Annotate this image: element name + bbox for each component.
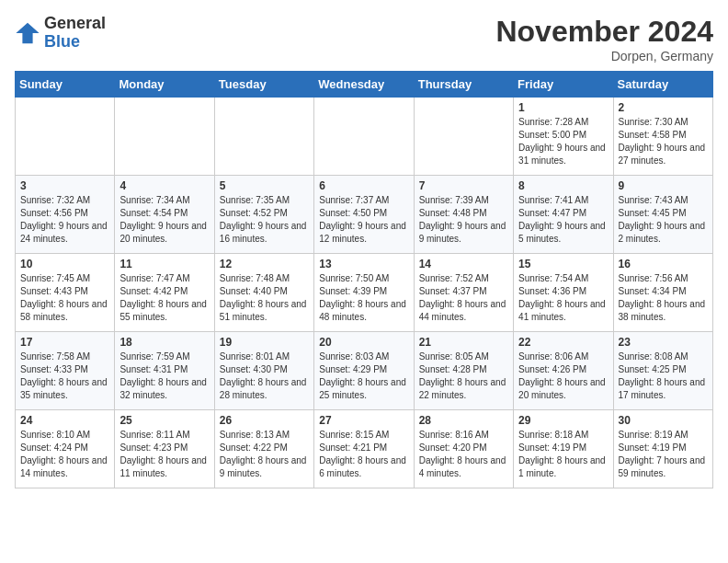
logo-icon: [15, 20, 40, 46]
day-number: 21: [419, 336, 508, 349]
calendar-cell: 10Sunrise: 7:45 AM Sunset: 4:43 PM Dayli…: [16, 254, 115, 332]
day-info: Sunrise: 8:08 AM Sunset: 4:25 PM Dayligh…: [619, 350, 708, 402]
calendar-cell: 7Sunrise: 7:39 AM Sunset: 4:48 PM Daylig…: [414, 176, 513, 254]
calendar-cell: 9Sunrise: 7:43 AM Sunset: 4:45 PM Daylig…: [613, 176, 712, 254]
weekday-header-sunday: Sunday: [16, 72, 115, 98]
day-number: 19: [220, 336, 309, 349]
weekday-header-tuesday: Tuesday: [214, 72, 313, 98]
calendar-cell: 11Sunrise: 7:47 AM Sunset: 4:42 PM Dayli…: [115, 254, 214, 332]
calendar-cell: 4Sunrise: 7:34 AM Sunset: 4:54 PM Daylig…: [115, 176, 214, 254]
day-number: 23: [619, 336, 708, 349]
day-info: Sunrise: 8:03 AM Sunset: 4:29 PM Dayligh…: [319, 350, 408, 402]
calendar-cell: 28Sunrise: 8:16 AM Sunset: 4:20 PM Dayli…: [414, 410, 513, 488]
day-number: 30: [619, 414, 708, 427]
month-title: November 2024: [495, 15, 713, 49]
calendar-cell: 29Sunrise: 8:18 AM Sunset: 4:19 PM Dayli…: [514, 410, 613, 488]
day-number: 3: [20, 179, 109, 192]
day-number: 18: [119, 336, 209, 349]
day-info: Sunrise: 7:41 AM Sunset: 4:47 PM Dayligh…: [518, 194, 608, 246]
calendar-cell: 20Sunrise: 8:03 AM Sunset: 4:29 PM Dayli…: [314, 332, 414, 410]
day-info: Sunrise: 7:34 AM Sunset: 4:54 PM Dayligh…: [119, 194, 209, 246]
calendar-cell: 16Sunrise: 7:56 AM Sunset: 4:34 PM Dayli…: [613, 254, 712, 332]
day-number: 16: [619, 258, 708, 270]
calendar-table: SundayMondayTuesdayWednesdayThursdayFrid…: [15, 71, 713, 488]
day-info: Sunrise: 8:11 AM Sunset: 4:23 PM Dayligh…: [119, 429, 209, 480]
day-number: 1: [518, 101, 608, 114]
logo-blue-text: Blue: [44, 33, 106, 52]
day-number: 5: [220, 179, 309, 192]
day-info: Sunrise: 8:01 AM Sunset: 4:30 PM Dayligh…: [220, 350, 309, 402]
calendar-cell: 26Sunrise: 8:13 AM Sunset: 4:22 PM Dayli…: [214, 410, 313, 488]
day-number: 22: [518, 336, 608, 349]
calendar-cell: 12Sunrise: 7:48 AM Sunset: 4:40 PM Dayli…: [214, 254, 313, 332]
day-info: Sunrise: 7:52 AM Sunset: 4:37 PM Dayligh…: [419, 272, 508, 324]
day-info: Sunrise: 8:19 AM Sunset: 4:19 PM Dayligh…: [619, 429, 708, 480]
day-number: 2: [619, 101, 708, 114]
day-info: Sunrise: 7:30 AM Sunset: 4:58 PM Dayligh…: [619, 116, 708, 167]
location-text: Dorpen, Germany: [495, 49, 713, 63]
day-info: Sunrise: 8:18 AM Sunset: 4:19 PM Dayligh…: [518, 429, 608, 480]
weekday-header-monday: Monday: [115, 72, 214, 98]
calendar-cell: 5Sunrise: 7:35 AM Sunset: 4:52 PM Daylig…: [214, 176, 313, 254]
calendar-cell: [16, 98, 115, 176]
calendar-cell: 21Sunrise: 8:05 AM Sunset: 4:28 PM Dayli…: [414, 332, 513, 410]
day-info: Sunrise: 8:16 AM Sunset: 4:20 PM Dayligh…: [419, 429, 508, 480]
day-info: Sunrise: 8:15 AM Sunset: 4:21 PM Dayligh…: [319, 429, 408, 480]
calendar-cell: 14Sunrise: 7:52 AM Sunset: 4:37 PM Dayli…: [414, 254, 513, 332]
day-info: Sunrise: 8:06 AM Sunset: 4:26 PM Dayligh…: [518, 350, 608, 402]
calendar-cell: 2Sunrise: 7:30 AM Sunset: 4:58 PM Daylig…: [613, 98, 712, 176]
day-number: 28: [419, 414, 508, 427]
day-info: Sunrise: 7:28 AM Sunset: 5:00 PM Dayligh…: [518, 116, 608, 167]
day-number: 15: [518, 258, 608, 270]
day-info: Sunrise: 7:43 AM Sunset: 4:45 PM Dayligh…: [619, 194, 708, 246]
day-info: Sunrise: 7:45 AM Sunset: 4:43 PM Dayligh…: [20, 272, 109, 324]
logo: General Blue: [15, 15, 106, 52]
calendar-cell: [115, 98, 214, 176]
day-info: Sunrise: 7:39 AM Sunset: 4:48 PM Dayligh…: [419, 194, 508, 246]
calendar-cell: 17Sunrise: 7:58 AM Sunset: 4:33 PM Dayli…: [16, 332, 115, 410]
calendar-cell: 22Sunrise: 8:06 AM Sunset: 4:26 PM Dayli…: [514, 332, 613, 410]
day-info: Sunrise: 7:47 AM Sunset: 4:42 PM Dayligh…: [119, 272, 209, 324]
day-info: Sunrise: 7:50 AM Sunset: 4:39 PM Dayligh…: [319, 272, 408, 324]
day-number: 29: [518, 414, 608, 427]
day-number: 26: [220, 414, 309, 427]
calendar-cell: 6Sunrise: 7:37 AM Sunset: 4:50 PM Daylig…: [314, 176, 414, 254]
day-info: Sunrise: 8:13 AM Sunset: 4:22 PM Dayligh…: [220, 429, 309, 480]
day-number: 8: [518, 179, 608, 192]
day-number: 14: [419, 258, 508, 270]
page-header: General Blue November 2024 Dorpen, Germa…: [15, 15, 713, 63]
day-number: 12: [220, 258, 309, 270]
calendar-cell: 15Sunrise: 7:54 AM Sunset: 4:36 PM Dayli…: [514, 254, 613, 332]
day-info: Sunrise: 7:48 AM Sunset: 4:40 PM Dayligh…: [220, 272, 309, 324]
calendar-cell: [314, 98, 414, 176]
day-number: 25: [119, 414, 209, 427]
title-section: November 2024 Dorpen, Germany: [495, 15, 713, 63]
calendar-cell: 19Sunrise: 8:01 AM Sunset: 4:30 PM Dayli…: [214, 332, 313, 410]
day-info: Sunrise: 7:58 AM Sunset: 4:33 PM Dayligh…: [20, 350, 109, 402]
calendar-week-row: 17Sunrise: 7:58 AM Sunset: 4:33 PM Dayli…: [16, 332, 713, 410]
day-info: Sunrise: 7:32 AM Sunset: 4:56 PM Dayligh…: [20, 194, 109, 246]
day-info: Sunrise: 7:56 AM Sunset: 4:34 PM Dayligh…: [619, 272, 708, 324]
logo-general-text: General: [44, 15, 106, 33]
calendar-week-row: 1Sunrise: 7:28 AM Sunset: 5:00 PM Daylig…: [16, 98, 713, 176]
day-info: Sunrise: 7:59 AM Sunset: 4:31 PM Dayligh…: [119, 350, 209, 402]
calendar-cell: 27Sunrise: 8:15 AM Sunset: 4:21 PM Dayli…: [314, 410, 414, 488]
calendar-cell: 13Sunrise: 7:50 AM Sunset: 4:39 PM Dayli…: [314, 254, 414, 332]
day-number: 7: [419, 179, 508, 192]
day-info: Sunrise: 8:05 AM Sunset: 4:28 PM Dayligh…: [419, 350, 508, 402]
day-number: 10: [20, 258, 109, 270]
day-info: Sunrise: 7:35 AM Sunset: 4:52 PM Dayligh…: [220, 194, 309, 246]
weekday-header-saturday: Saturday: [613, 72, 712, 98]
calendar-header-row: SundayMondayTuesdayWednesdayThursdayFrid…: [16, 72, 713, 98]
weekday-header-wednesday: Wednesday: [314, 72, 414, 98]
weekday-header-friday: Friday: [514, 72, 613, 98]
calendar-cell: 30Sunrise: 8:19 AM Sunset: 4:19 PM Dayli…: [613, 410, 712, 488]
day-number: 13: [319, 258, 408, 270]
day-number: 11: [119, 258, 209, 270]
calendar-cell: 1Sunrise: 7:28 AM Sunset: 5:00 PM Daylig…: [514, 98, 613, 176]
calendar-cell: 23Sunrise: 8:08 AM Sunset: 4:25 PM Dayli…: [613, 332, 712, 410]
day-info: Sunrise: 8:10 AM Sunset: 4:24 PM Dayligh…: [20, 429, 109, 480]
calendar-cell: 8Sunrise: 7:41 AM Sunset: 4:47 PM Daylig…: [514, 176, 613, 254]
day-number: 20: [319, 336, 408, 349]
calendar-cell: 3Sunrise: 7:32 AM Sunset: 4:56 PM Daylig…: [16, 176, 115, 254]
